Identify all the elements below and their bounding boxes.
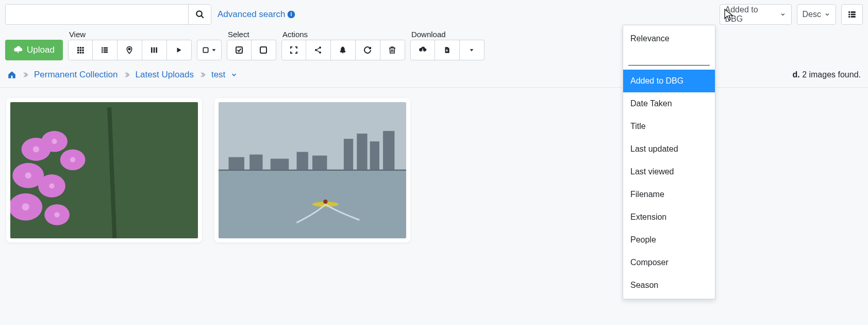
sort-option[interactable]: Last updated <box>623 138 715 160</box>
action-fullscreen-button[interactable] <box>281 40 306 60</box>
layout-list-button[interactable] <box>841 4 863 25</box>
download-more-button[interactable] <box>460 40 485 60</box>
action-tree-button[interactable] <box>331 40 356 60</box>
sort-direction-value: Desc <box>803 10 821 19</box>
view-grid-button[interactable] <box>68 40 93 60</box>
svg-rect-34 <box>260 47 266 53</box>
svg-line-39 <box>317 51 320 52</box>
sort-option[interactable]: Composer <box>623 251 715 274</box>
home-icon <box>7 70 16 79</box>
svg-line-38 <box>317 48 320 50</box>
chevron-down-icon <box>230 71 238 78</box>
size-dropdown-button[interactable] <box>197 40 222 60</box>
svg-rect-14 <box>77 50 79 51</box>
status-bold: d. <box>792 70 799 79</box>
chevron-down-icon <box>824 11 830 18</box>
svg-point-37 <box>319 52 321 54</box>
caret-down-icon <box>211 47 216 53</box>
svg-point-35 <box>319 46 321 48</box>
lake-kayak-thumbnail <box>219 102 406 238</box>
status-tail: images found. <box>809 70 861 79</box>
view-group-label: View <box>68 30 192 39</box>
image-card[interactable] <box>6 98 202 242</box>
advanced-search-label: Advanced search <box>218 9 285 20</box>
sort-filter-input[interactable] <box>628 52 710 66</box>
svg-rect-71 <box>357 134 367 170</box>
sort-option[interactable]: Filename <box>623 183 715 206</box>
svg-marker-30 <box>177 47 181 52</box>
chevron-right-icon <box>22 71 29 78</box>
upload-button[interactable]: Upload <box>5 40 63 60</box>
sort-option[interactable]: People <box>623 229 715 251</box>
svg-rect-24 <box>102 52 103 53</box>
action-delete-button[interactable] <box>380 40 405 60</box>
svg-line-1 <box>201 15 204 18</box>
sort-option[interactable]: Date Taken <box>623 92 715 115</box>
download-group-label: Download <box>410 30 485 39</box>
svg-rect-64 <box>219 169 406 238</box>
select-all-button[interactable] <box>227 40 252 60</box>
view-list-button[interactable] <box>93 40 118 60</box>
file-download-icon <box>443 46 450 54</box>
svg-rect-28 <box>154 47 155 53</box>
svg-text:i: i <box>291 11 292 17</box>
chevron-right-icon <box>123 71 130 78</box>
list-icon <box>847 10 857 19</box>
sort-option[interactable]: Season <box>623 274 715 297</box>
check-square-icon <box>235 46 243 54</box>
svg-rect-20 <box>102 47 103 49</box>
view-columns-button[interactable] <box>142 40 167 60</box>
search-button[interactable] <box>188 5 211 24</box>
svg-rect-29 <box>156 47 158 53</box>
svg-rect-68 <box>297 152 308 170</box>
chevron-right-icon <box>199 71 206 78</box>
status-count: 2 <box>802 70 807 79</box>
sort-option[interactable]: Added to DBG <box>623 70 715 92</box>
sort-option[interactable]: Last viewed <box>623 160 715 183</box>
action-share-button[interactable] <box>306 40 331 60</box>
flowers-thumbnail <box>10 102 198 238</box>
action-refresh-button[interactable] <box>356 40 380 60</box>
search-input[interactable] <box>6 5 188 24</box>
svg-rect-33 <box>236 47 242 53</box>
view-map-button[interactable] <box>118 40 142 60</box>
columns-icon <box>150 46 158 54</box>
svg-rect-72 <box>370 141 379 170</box>
svg-point-36 <box>315 49 317 51</box>
sort-direction-select[interactable]: Desc <box>797 4 836 25</box>
sort-field-select[interactable]: Added to DBG <box>720 4 792 25</box>
svg-rect-31 <box>203 47 208 52</box>
breadcrumb-item[interactable]: test <box>211 70 225 80</box>
select-none-button[interactable] <box>252 40 276 60</box>
svg-rect-11 <box>77 47 79 48</box>
svg-rect-18 <box>80 52 81 53</box>
info-icon: i <box>287 10 295 19</box>
svg-rect-8 <box>848 16 850 18</box>
svg-rect-69 <box>312 156 327 170</box>
breadcrumb-home[interactable] <box>7 70 16 79</box>
advanced-search-link[interactable]: Advanced search i <box>218 9 295 20</box>
sort-option[interactable]: Title <box>623 115 715 138</box>
breadcrumb-item[interactable]: Permanent Collection <box>34 70 118 80</box>
svg-rect-17 <box>77 52 79 53</box>
view-slideshow-button[interactable] <box>167 40 192 60</box>
download-file-button[interactable] <box>435 40 460 60</box>
sort-option[interactable]: Relevance <box>623 27 715 50</box>
svg-point-26 <box>129 48 130 50</box>
svg-rect-19 <box>82 52 84 53</box>
breadcrumb-item[interactable]: Latest Uploads <box>136 70 194 80</box>
sort-option[interactable]: Extension <box>623 206 715 229</box>
grid-icon <box>76 46 85 54</box>
actions-group-label: Actions <box>281 30 405 39</box>
svg-rect-13 <box>82 47 84 48</box>
download-cloud-button[interactable] <box>410 40 435 60</box>
svg-rect-21 <box>104 47 108 49</box>
play-icon <box>175 46 182 54</box>
empty-square-icon <box>259 46 268 54</box>
trash-icon <box>388 46 396 54</box>
image-card[interactable] <box>214 98 410 242</box>
svg-rect-40 <box>343 52 343 54</box>
svg-point-61 <box>55 212 60 217</box>
sort-field-value: Added to DBG <box>725 5 777 24</box>
breadcrumb-dropdown[interactable] <box>230 71 238 78</box>
